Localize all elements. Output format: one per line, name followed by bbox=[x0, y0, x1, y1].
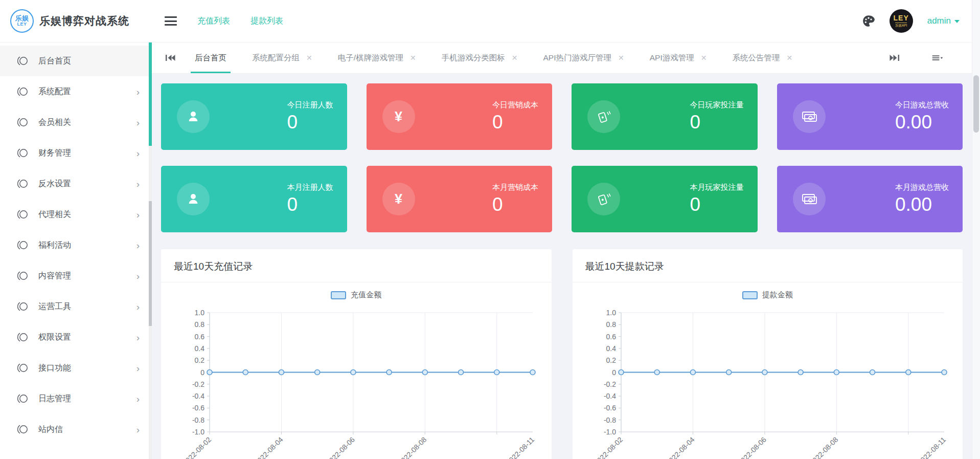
stat-cards-grid: 今日注册人数 0 ¥ 今日营销成本 0 今日玩家投注量 0 今日游戏总营收 0.… bbox=[161, 83, 963, 232]
tab-label: 电子/棋牌游戏管理 bbox=[338, 53, 403, 63]
tab-close-icon[interactable]: ✕ bbox=[512, 54, 518, 61]
admin-dashboard: 乐娱 LEY 乐娱博弈对战系统 充值列表 提款列表 LEY 乐娱API admi… bbox=[0, 0, 980, 459]
tab-label: 后台首页 bbox=[195, 53, 226, 63]
tab-label: API游戏管理 bbox=[650, 53, 694, 63]
stat-card-icon-circle bbox=[587, 100, 620, 133]
sidebar-item-9[interactable]: 权限设置› bbox=[0, 322, 152, 353]
svg-text:0.6: 0.6 bbox=[606, 333, 616, 341]
chevron-right-icon: › bbox=[136, 118, 140, 127]
header-link-recharge-list[interactable]: 充值列表 bbox=[197, 16, 230, 27]
withdraw-chart-title: 最近10天提款记录 bbox=[573, 249, 963, 282]
svg-text:2022-08-06: 2022-08-06 bbox=[736, 435, 768, 459]
tabs-menu-icon[interactable] bbox=[931, 52, 944, 64]
withdraw-chart-legend[interactable]: 提款金额 bbox=[573, 290, 963, 300]
recharge-chart-legend[interactable]: 充值金额 bbox=[161, 290, 552, 300]
chevron-right-icon: › bbox=[136, 302, 140, 312]
sidebar-item-10[interactable]: 接口功能› bbox=[0, 353, 152, 383]
sidebar-item-0[interactable]: 后台首页 bbox=[0, 46, 152, 76]
header-link-withdraw-list[interactable]: 提款列表 bbox=[250, 16, 283, 27]
stat-card-icon-circle bbox=[793, 100, 826, 133]
chevron-right-icon: › bbox=[136, 394, 140, 404]
svg-text:2022-08-06: 2022-08-06 bbox=[325, 435, 356, 459]
svg-text:-0.2: -0.2 bbox=[192, 380, 204, 388]
sidebar-scrollbar-thumb-secondary[interactable] bbox=[149, 201, 152, 326]
sidebar-item-6[interactable]: 福利活动› bbox=[0, 230, 152, 260]
tab-6[interactable]: 系统公告管理✕ bbox=[719, 42, 805, 73]
yen-icon: ¥ bbox=[395, 109, 402, 125]
tab-close-icon[interactable]: ✕ bbox=[701, 54, 707, 61]
window-scrollbar-thumb[interactable] bbox=[973, 75, 979, 133]
sidebar-item-2[interactable]: 会员相关› bbox=[0, 107, 152, 138]
stat-card-6: 本月玩家投注量 0 bbox=[572, 166, 758, 232]
sidebar-item-label: 反水设置 bbox=[38, 179, 136, 189]
tab-4[interactable]: API热门游戏厅管理✕ bbox=[531, 42, 637, 73]
tab-label: 系统配置分组 bbox=[252, 53, 300, 63]
sidebar-item-label: 财务管理 bbox=[38, 148, 136, 159]
stat-card-icon-circle: ¥ bbox=[382, 100, 415, 133]
svg-text:0.8: 0.8 bbox=[195, 320, 205, 329]
tab-5[interactable]: API游戏管理✕ bbox=[637, 42, 720, 73]
stat-card-value: 0 bbox=[690, 112, 701, 134]
sidebar-item-5[interactable]: 代理相关› bbox=[0, 199, 152, 230]
brand-logo-text-top: 乐娱 bbox=[15, 15, 29, 22]
avatar-subtext: 乐娱API bbox=[895, 23, 907, 28]
yen-icon: ¥ bbox=[395, 191, 402, 207]
tabs-scroll-to-last-icon[interactable] bbox=[888, 52, 901, 64]
user-icon bbox=[186, 109, 201, 124]
theme-palette-icon[interactable] bbox=[862, 14, 875, 28]
sidebar-item-7[interactable]: 内容管理› bbox=[0, 260, 152, 291]
sidebar-item-4[interactable]: 反水设置› bbox=[0, 168, 152, 199]
stat-card-0: 今日注册人数 0 bbox=[161, 83, 347, 150]
sidebar-item-8[interactable]: 运营工具› bbox=[0, 291, 152, 322]
stat-card-value: 0 bbox=[690, 194, 701, 216]
stat-card-title: 本月玩家投注量 bbox=[690, 183, 744, 192]
tab-close-icon[interactable]: ✕ bbox=[306, 54, 312, 61]
stat-card-icon-circle bbox=[177, 183, 210, 215]
chevron-right-icon: › bbox=[136, 210, 140, 220]
stat-card-icon-circle: ¥ bbox=[382, 183, 415, 215]
stat-card-text: 今日营销成本 0 bbox=[492, 100, 538, 134]
charts-row: 最近10天充值记录 充值金额 1.00.80.60.40.20-0.2-0.4-… bbox=[161, 249, 963, 459]
stat-card-4: 本月注册人数 0 bbox=[161, 166, 347, 232]
sidebar-nav: 后台首页 系统配置› 会员相关› 财务管理› 反水设置› 代理相关› 福利活动›… bbox=[0, 42, 152, 459]
tab-0[interactable]: 后台首页 bbox=[182, 42, 239, 73]
sidebar-item-label: 站内信 bbox=[38, 424, 136, 435]
chevron-right-icon: › bbox=[136, 87, 140, 97]
tab-close-icon[interactable]: ✕ bbox=[786, 54, 792, 61]
circle-ring-icon bbox=[16, 85, 30, 98]
circle-ring-icon bbox=[16, 392, 30, 405]
tab-close-icon[interactable]: ✕ bbox=[618, 54, 624, 61]
sidebar-item-11[interactable]: 日志管理› bbox=[0, 383, 152, 414]
svg-text:0.4: 0.4 bbox=[606, 344, 616, 353]
tab-1[interactable]: 系统配置分组✕ bbox=[239, 42, 325, 73]
user-icon bbox=[186, 191, 201, 207]
sidebar-item-3[interactable]: 财务管理› bbox=[0, 138, 152, 168]
sidebar-scrollbar-thumb[interactable] bbox=[149, 42, 152, 146]
chevron-right-icon: › bbox=[136, 333, 140, 342]
sidebar-item-1[interactable]: 系统配置› bbox=[0, 76, 152, 107]
svg-text:0.8: 0.8 bbox=[606, 320, 616, 329]
recharge-chart-panel: 最近10天充值记录 充值金额 1.00.80.60.40.20-0.2-0.4-… bbox=[161, 249, 552, 459]
stat-card-text: 本月玩家投注量 0 bbox=[690, 183, 744, 216]
tab-3[interactable]: 手机游戏分类图标✕ bbox=[429, 42, 531, 73]
legend-label: 提款金额 bbox=[762, 290, 793, 300]
tab-close-icon[interactable]: ✕ bbox=[410, 54, 416, 61]
user-menu[interactable]: admin bbox=[927, 16, 960, 26]
tab-2[interactable]: 电子/棋牌游戏管理✕ bbox=[325, 42, 429, 73]
sidebar-item-label: 代理相关 bbox=[38, 209, 136, 220]
svg-text:2022-08-08: 2022-08-08 bbox=[396, 435, 428, 459]
hamburger-menu-icon[interactable] bbox=[165, 14, 177, 28]
withdraw-line-chart: 1.00.80.60.40.20-0.2-0.4-0.6-0.8-1.02022… bbox=[573, 304, 963, 459]
user-avatar[interactable]: LEY 乐娱API bbox=[890, 9, 913, 33]
sidebar-item-12[interactable]: 站内信› bbox=[0, 414, 152, 445]
banknotes-icon bbox=[801, 191, 818, 207]
sidebar-item-label: 接口功能 bbox=[38, 363, 136, 374]
stat-card-icon-circle bbox=[177, 100, 210, 133]
chevron-right-icon: › bbox=[136, 425, 140, 434]
svg-text:-0.4: -0.4 bbox=[192, 392, 204, 400]
svg-text:-0.8: -0.8 bbox=[192, 416, 204, 424]
header-right: LEY 乐娱API admin bbox=[862, 9, 980, 33]
tabs-scroll-to-first-icon[interactable] bbox=[164, 52, 176, 64]
tab-label: 手机游戏分类图标 bbox=[442, 53, 505, 63]
stat-card-title: 本月游戏总营收 bbox=[895, 183, 949, 192]
